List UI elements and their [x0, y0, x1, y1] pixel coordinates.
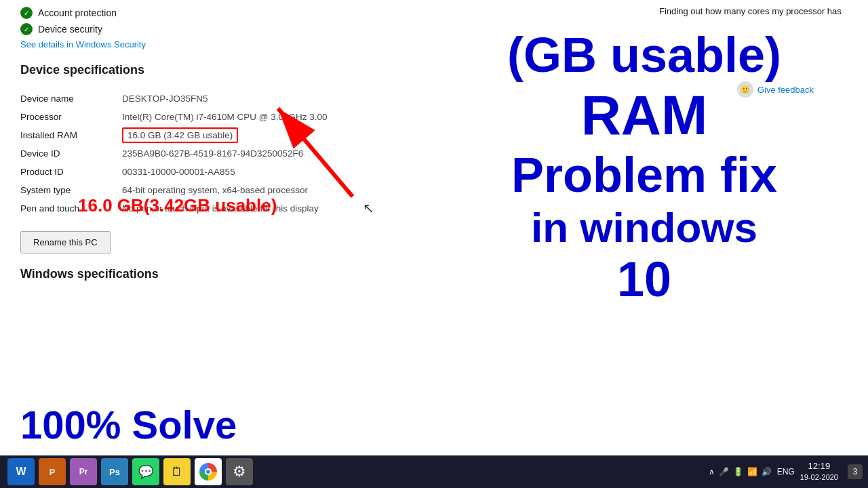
taskbar-chrome[interactable]: [195, 458, 222, 485]
system-clock[interactable]: 12:19 19-02-2020: [800, 461, 838, 482]
taskbar-powerpoint[interactable]: P: [39, 458, 66, 485]
lang-indicator[interactable]: ENG: [777, 467, 795, 476]
blue-line-4: in windows: [507, 203, 781, 251]
tray-arrow[interactable]: ∧: [709, 467, 715, 476]
blue-line-5: 10: [507, 251, 781, 308]
taskbar-sticky[interactable]: 🗒: [163, 458, 191, 485]
taskbar-premiere[interactable]: Pr: [70, 458, 97, 485]
blue-line-1: (GB usable): [507, 27, 781, 83]
device-security-item: ✓ Device security: [20, 23, 400, 35]
device-specs-title: Device specifications: [20, 63, 400, 77]
spec-label-2: Installed RAM: [20, 126, 115, 144]
taskbar: W P Pr Ps 💬 🗒 ⚙ ∧ 🎤 🔋 📶 🔊 ENG 12:19 19-0…: [0, 455, 868, 488]
wifi-icon: 📶: [747, 467, 757, 476]
battery-icon: 🔋: [733, 467, 743, 476]
mouse-cursor-icon: ↖: [363, 200, 374, 216]
check-icon-device: ✓: [20, 23, 33, 35]
device-security-label: Device security: [38, 24, 102, 35]
give-feedback-label: Give feedback: [757, 85, 814, 95]
check-icon-account: ✓: [20, 7, 33, 19]
spec-label-3: Device ID: [20, 144, 115, 163]
account-protection-label: Account protection: [38, 7, 117, 18]
spec-label-0: Device name: [20, 89, 115, 108]
see-details-link[interactable]: See details in Windows Security: [20, 39, 400, 49]
sys-tray: ∧ 🎤 🔋 📶 🔊: [709, 467, 772, 476]
blue-text-block: (GB usable) RAM Problem fix in windows 1…: [507, 27, 781, 308]
taskbar-photoshop[interactable]: Ps: [101, 458, 128, 485]
rename-pc-button[interactable]: Rename this PC: [20, 231, 111, 253]
bottom-left-blue-text: 100% Solve: [20, 402, 237, 447]
mic-icon: 🎤: [719, 467, 729, 476]
chrome-icon: [199, 463, 217, 481]
red-arrow-icon: [237, 88, 373, 203]
clock-date: 19-02-2020: [800, 472, 838, 482]
spec-label-1: Processor: [20, 108, 115, 126]
windows-spec-title: Windows specifications: [20, 267, 400, 281]
top-right-text: Finding out how many cores my processor …: [651, 0, 868, 23]
security-items: ✓ Account protection ✓ Device security S…: [20, 7, 400, 49]
feedback-face-icon: 🙂: [737, 81, 753, 98]
blue-line-3: Problem fix: [507, 147, 781, 203]
taskbar-word[interactable]: W: [7, 458, 35, 485]
right-panel: Finding out how many cores my processor …: [420, 0, 868, 488]
notification-badge[interactable]: 3: [848, 464, 863, 479]
account-protection-item: ✓ Account protection: [20, 7, 400, 19]
give-feedback-button[interactable]: 🙂 Give feedback: [737, 81, 814, 98]
ram-highlight: 16.0 GB (3.42 GB usable): [122, 127, 238, 143]
svg-line-1: [278, 108, 353, 197]
spec-label-4: Product ID: [20, 163, 115, 181]
taskbar-whatsapp[interactable]: 💬: [132, 458, 159, 485]
taskbar-settings[interactable]: ⚙: [226, 458, 253, 485]
clock-time: 12:19: [800, 461, 838, 472]
taskbar-right: ∧ 🎤 🔋 📶 🔊 ENG 12:19 19-02-2020 3: [709, 461, 863, 482]
volume-icon: 🔊: [762, 467, 772, 476]
